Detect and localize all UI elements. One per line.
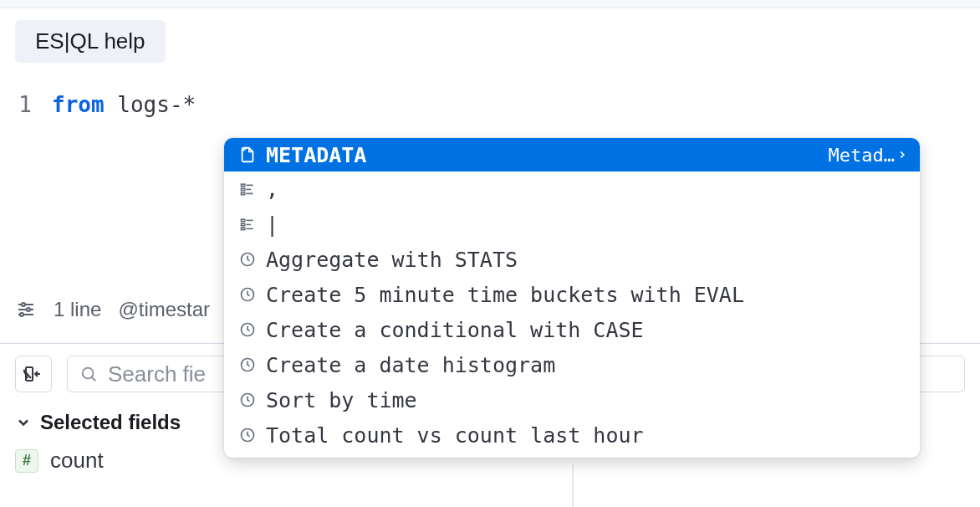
autocomplete-item[interactable]: Create a date histogram	[224, 347, 920, 382]
autocomplete-item-label: Create a conditional with CASE	[266, 318, 644, 342]
autocomplete-item-label: |	[266, 213, 278, 237]
clock-icon	[236, 251, 259, 268]
autocomplete-item-label: Create 5 minute time buckets with EVAL	[266, 283, 744, 307]
autocomplete-item[interactable]: ,	[224, 172, 920, 207]
autocomplete-item[interactable]: Total count vs count last hour	[224, 417, 920, 453]
code-content[interactable]: from logs-*	[52, 92, 196, 117]
settings-sliders-icon[interactable]	[15, 299, 37, 320]
autocomplete-item-label: Create a date histogram	[266, 353, 555, 377]
autocomplete-popup: METADATA Metad… , | Aggre	[224, 138, 920, 458]
svg-rect-4	[242, 192, 245, 195]
autocomplete-item[interactable]: Aggregate with STATS	[224, 242, 920, 277]
autocomplete-item[interactable]: |	[224, 207, 920, 242]
svg-rect-2	[242, 188, 245, 191]
svg-rect-8	[242, 223, 245, 226]
autocomplete-item-label: Total count vs count last hour	[266, 423, 644, 448]
clock-icon	[236, 321, 259, 338]
keyword-from: from	[52, 92, 105, 117]
query-editor[interactable]: 1 from logs-*	[0, 88, 980, 121]
fields-search-placeholder: Search fie	[108, 361, 206, 387]
chevron-right-icon	[896, 149, 908, 161]
list-icon	[236, 181, 259, 197]
autocomplete-item-meta-text: Metad…	[829, 145, 895, 166]
status-line-count: 1 line	[54, 298, 101, 321]
svg-rect-6	[242, 219, 245, 222]
autocomplete-item-label: ,	[266, 177, 278, 202]
clock-icon	[236, 356, 259, 373]
svg-rect-0	[242, 184, 245, 187]
autocomplete-item-meta: Metad…	[829, 145, 908, 166]
autocomplete-item-label: Aggregate with STATS	[266, 248, 518, 272]
field-name: count	[50, 448, 104, 474]
autocomplete-item-label: Sort by time	[266, 388, 417, 412]
autocomplete-item[interactable]: Create a conditional with CASE	[224, 312, 920, 347]
selected-fields-title: Selected fields	[40, 411, 181, 434]
status-timestamp-field: @timestar	[118, 298, 210, 321]
autocomplete-item[interactable]: Sort by time	[224, 382, 920, 417]
list-icon	[236, 216, 259, 233]
code-rest: logs-*	[105, 92, 197, 117]
metadata-icon	[236, 146, 259, 164]
clock-icon	[236, 427, 259, 443]
svg-rect-10	[242, 228, 245, 230]
svg-point-27	[83, 368, 94, 379]
code-line: 1 from logs-*	[0, 88, 980, 121]
esql-help-button-label: ES|QL help	[35, 28, 145, 54]
chevron-down-icon	[15, 414, 32, 431]
window-top-strip	[0, 0, 980, 8]
clock-icon	[236, 286, 259, 303]
svg-point-21	[27, 308, 30, 311]
fields-panel-toggle-button[interactable]	[15, 356, 52, 392]
svg-point-19	[22, 303, 25, 306]
svg-point-23	[20, 313, 23, 316]
field-type-badge-number: #	[15, 449, 38, 473]
svg-line-28	[92, 377, 96, 382]
search-icon	[79, 365, 98, 383]
autocomplete-item-label: METADATA	[266, 143, 366, 167]
autocomplete-item[interactable]: Create 5 minute time buckets with EVAL	[224, 277, 920, 312]
esql-help-button[interactable]: ES|QL help	[15, 20, 166, 63]
clock-icon	[236, 392, 259, 408]
vertical-divider	[572, 464, 574, 507]
autocomplete-item-selected[interactable]: METADATA Metad…	[224, 138, 920, 172]
line-number: 1	[0, 92, 52, 117]
